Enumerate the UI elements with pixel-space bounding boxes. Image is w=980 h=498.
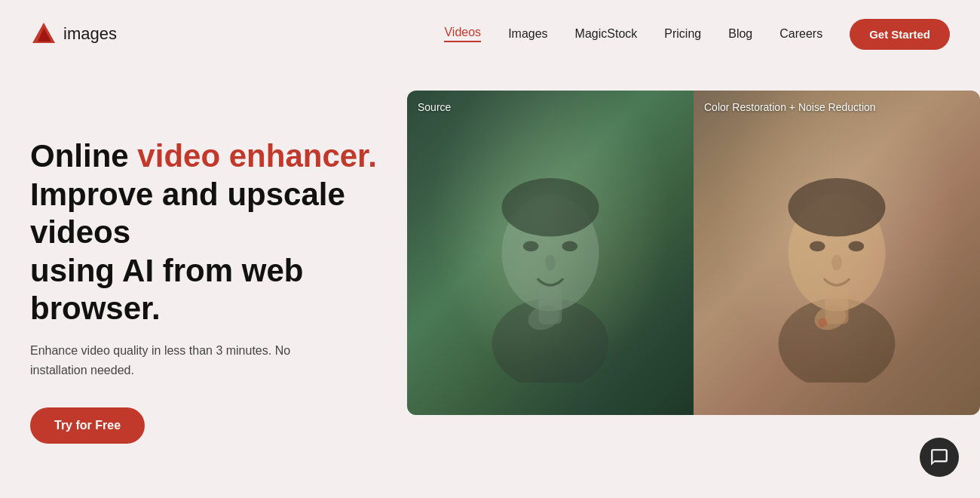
- comparison-container: Source: [407, 83, 980, 498]
- hero-title: Online video enhancer. Improve and upsca…: [30, 137, 377, 327]
- source-panel: Source: [407, 91, 694, 415]
- hero-section: Online video enhancer. Improve and upsca…: [0, 68, 980, 498]
- nav-blog[interactable]: Blog: [728, 27, 752, 41]
- comparison-wrapper: Source: [407, 91, 980, 415]
- hero-title-highlight: video enhancer.: [137, 138, 376, 174]
- chat-bubble[interactable]: [920, 438, 959, 477]
- get-started-button[interactable]: Get Started: [850, 19, 950, 50]
- enhanced-face-illustration: [694, 91, 980, 415]
- logo-icon: [30, 20, 57, 48]
- hero-title-line3: using AI from web browser.: [30, 253, 303, 326]
- hero-subtitle: Enhance video quality in less than 3 min…: [30, 341, 347, 380]
- nav-images[interactable]: Images: [508, 27, 547, 41]
- svg-point-16: [831, 255, 842, 271]
- nav-magicstock[interactable]: MagicStock: [575, 27, 638, 41]
- logo-text: images: [63, 24, 117, 44]
- svg-point-6: [523, 241, 539, 252]
- enhanced-panel: Color Restoration + Noise Reduction: [694, 91, 980, 415]
- svg-point-13: [789, 178, 886, 236]
- nav-pricing[interactable]: Pricing: [664, 27, 701, 41]
- hero-title-prefix: Online: [30, 138, 137, 174]
- nav-links: Videos Images MagicStock Pricing Blog Ca…: [444, 19, 950, 50]
- chat-icon: [929, 447, 949, 467]
- source-label: Source: [418, 101, 451, 113]
- navbar: images Videos Images MagicStock Pricing …: [0, 0, 980, 68]
- source-face-illustration: [407, 91, 694, 415]
- svg-point-14: [810, 241, 825, 252]
- svg-point-5: [502, 178, 599, 236]
- logo[interactable]: images: [30, 20, 117, 48]
- svg-point-15: [848, 241, 864, 252]
- svg-point-18: [818, 318, 827, 327]
- nav-videos[interactable]: Videos: [444, 26, 481, 42]
- svg-point-7: [562, 241, 577, 252]
- nav-careers[interactable]: Careers: [779, 27, 822, 41]
- try-free-button[interactable]: Try for Free: [30, 407, 145, 444]
- svg-point-8: [545, 255, 556, 271]
- hero-title-line2: Improve and upscale videos: [30, 177, 345, 250]
- hero-text: Online video enhancer. Improve and upsca…: [30, 137, 377, 443]
- enhanced-label: Color Restoration + Noise Reduction: [704, 101, 876, 113]
